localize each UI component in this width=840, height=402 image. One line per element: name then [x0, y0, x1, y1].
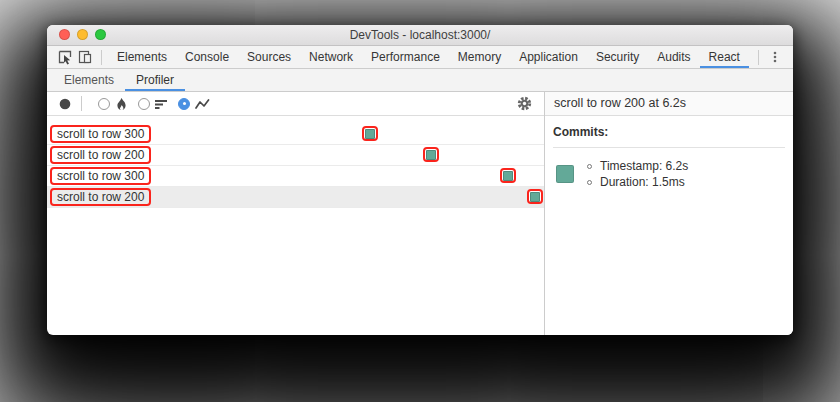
profiler-right-pane: scroll to row 200 at 6.2s Commits: Times…	[544, 92, 793, 335]
interaction-row[interactable]: scroll to row 300	[47, 166, 544, 187]
flamegraph-view-radio[interactable]	[98, 97, 128, 111]
radio-unselected	[98, 98, 110, 110]
interaction-row[interactable]: scroll to row 200	[47, 187, 544, 208]
toolbar-divider	[101, 50, 102, 65]
commit-marker[interactable]	[362, 126, 378, 141]
commit-stat-label: Timestamp: 6.2s	[600, 158, 688, 174]
react-subtab[interactable]: Elements	[53, 69, 125, 91]
devtools-tab[interactable]: Memory	[449, 46, 510, 68]
profiler-left-pane: scroll to row 300 scroll to row 200	[47, 92, 544, 335]
kebab-menu-icon	[768, 50, 782, 64]
commit-square-icon	[426, 150, 436, 160]
commits-label: Commits:	[553, 125, 785, 139]
device-toolbar-icon	[77, 49, 93, 65]
minimize-button[interactable]	[77, 29, 88, 40]
gear-icon	[517, 96, 532, 111]
radio-selected	[178, 98, 190, 110]
traffic-lights	[59, 29, 106, 40]
devtools-tab[interactable]: Elements	[108, 46, 176, 68]
interaction-label[interactable]: scroll to row 200	[50, 146, 151, 164]
ranked-bars-icon	[155, 98, 168, 110]
devtools-tab[interactable]: React	[700, 46, 749, 68]
commit-stats: Timestamp: 6.2s Duration: 1.5ms	[587, 158, 688, 190]
flame-icon	[115, 97, 128, 111]
window-title: DevTools - localhost:3000/	[47, 25, 793, 45]
devtools-tab[interactable]: Performance	[362, 46, 449, 68]
record-button[interactable]	[55, 94, 75, 114]
interaction-label[interactable]: scroll to row 200	[50, 188, 151, 206]
inspect-icon	[57, 49, 73, 65]
interactions-view-radio[interactable]	[178, 98, 210, 110]
radio-unselected	[138, 98, 150, 110]
profiler-toolbar	[47, 92, 544, 116]
tabbar-right-tools	[752, 47, 785, 67]
react-subtab[interactable]: Profiler	[125, 69, 185, 91]
close-button[interactable]	[59, 29, 70, 40]
commit-stat: Timestamp: 6.2s	[587, 158, 688, 174]
bullet-icon	[587, 164, 592, 169]
fullscreen-button[interactable]	[95, 29, 106, 40]
devtools-tab[interactable]: Application	[510, 46, 587, 68]
commit-square-icon	[365, 129, 375, 139]
react-subtabbar: ElementsProfiler	[47, 69, 793, 92]
interaction-label[interactable]: scroll to row 300	[50, 125, 151, 143]
commit-stat: Duration: 1.5ms	[587, 174, 688, 190]
ranked-view-radio[interactable]	[138, 98, 168, 110]
commit-square-icon	[503, 171, 513, 181]
divider	[553, 147, 785, 148]
inspect-element-button[interactable]	[55, 47, 75, 67]
commit-square-icon	[530, 192, 540, 202]
main-tabs: ElementsConsoleSourcesNetworkPerformance…	[108, 46, 749, 68]
commit-marker[interactable]	[527, 189, 543, 204]
commit-marker[interactable]	[423, 147, 439, 162]
device-toolbar-button[interactable]	[75, 47, 95, 67]
commit-marker[interactable]	[500, 168, 516, 183]
devtools-tab[interactable]: Console	[176, 46, 238, 68]
toolbar-divider	[81, 96, 82, 111]
commit-entry[interactable]: Timestamp: 6.2s Duration: 1.5ms	[553, 158, 785, 190]
interactions-chart-icon	[195, 98, 210, 110]
commit-stat-label: Duration: 1.5ms	[600, 174, 685, 190]
devtools-tab[interactable]: Audits	[648, 46, 699, 68]
bullet-icon	[587, 180, 592, 185]
interaction-row[interactable]: scroll to row 200	[47, 145, 544, 166]
devtools-tab[interactable]: Network	[300, 46, 362, 68]
interaction-label[interactable]: scroll to row 300	[50, 167, 151, 185]
titlebar: DevTools - localhost:3000/	[47, 25, 793, 46]
profiler-settings-button[interactable]	[514, 94, 534, 114]
interaction-row[interactable]: scroll to row 300	[47, 124, 544, 145]
interactions-list: scroll to row 300 scroll to row 200	[47, 116, 544, 335]
devtools-tab[interactable]: Security	[587, 46, 648, 68]
record-icon	[59, 98, 71, 110]
toolbar-divider	[758, 50, 759, 65]
devtools-window: DevTools - localhost:3000/ ElementsConso…	[47, 25, 793, 335]
profiler-content: scroll to row 300 scroll to row 200	[47, 92, 793, 335]
commit-square-icon	[556, 165, 574, 183]
selected-interaction-header: scroll to row 200 at 6.2s	[545, 92, 793, 116]
commit-details: Commits: Timestamp: 6.2s	[545, 116, 793, 190]
devtools-tabbar: ElementsConsoleSourcesNetworkPerformance…	[47, 46, 793, 69]
devtools-tab[interactable]: Sources	[238, 46, 300, 68]
more-options-button[interactable]	[765, 47, 785, 67]
